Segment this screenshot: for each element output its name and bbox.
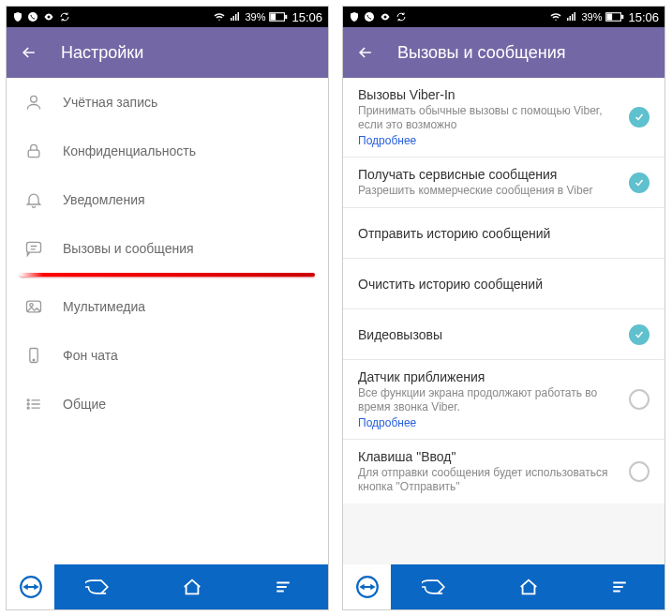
menu-item-account[interactable]: Учётная запись — [7, 78, 328, 127]
row-subtitle: Принимать обычные вызовы с помощью Viber… — [358, 104, 620, 132]
row-proximity[interactable]: Датчик приближения Все функции экрана пр… — [343, 360, 665, 440]
row-link[interactable]: Подробнее — [358, 134, 620, 147]
row-subtitle: Для отправки сообщения будет использоват… — [358, 466, 620, 494]
wifi-icon — [213, 11, 226, 23]
page-title: Настройки — [61, 43, 143, 63]
sync-icon — [59, 11, 70, 23]
eye-icon — [379, 11, 392, 23]
checkbox-off-icon[interactable] — [629, 389, 650, 410]
settings-detail-list: Вызовы Viber-In Принимать обычные вызовы… — [343, 78, 665, 564]
row-subtitle: Все функции экрана продолжают работать в… — [358, 386, 620, 414]
row-service-messages[interactable]: Получать сервисные сообщения Разрешить к… — [343, 158, 665, 208]
page-title: Вызовы и сообщения — [397, 43, 565, 63]
row-title: Видеовызовы — [358, 327, 620, 342]
nav-bar — [7, 564, 328, 609]
nav-back-button[interactable] — [55, 564, 146, 609]
user-icon — [23, 92, 44, 113]
row-title: Очистить историю сообщений — [358, 277, 650, 292]
sync-icon — [396, 11, 407, 23]
menu-label: Вызовы и сообщения — [63, 241, 194, 256]
app-bar: Вызовы и сообщения — [343, 27, 665, 78]
row-title: Получать сервисные сообщения — [358, 167, 620, 182]
signal-icon — [230, 11, 241, 23]
svg-point-12 — [27, 403, 29, 405]
image-icon — [23, 296, 44, 317]
battery-icon — [269, 11, 288, 23]
svg-rect-17 — [607, 13, 613, 20]
shield-icon — [12, 11, 23, 23]
status-bar: 39% 15:06 — [343, 7, 665, 27]
row-enter-key[interactable]: Клавиша "Ввод" Для отправки сообщения бу… — [343, 440, 665, 503]
highlight-underline — [20, 273, 315, 277]
wifi-icon — [549, 11, 562, 23]
battery-text: 39% — [581, 11, 602, 23]
svg-point-10 — [33, 359, 35, 361]
row-title: Вызовы Viber-In — [358, 87, 620, 102]
checkbox-off-icon[interactable] — [629, 461, 650, 482]
checkbox-on-icon[interactable] — [629, 324, 650, 345]
back-icon[interactable] — [356, 43, 375, 62]
shield-icon — [349, 11, 360, 23]
svg-rect-3 — [286, 15, 288, 19]
settings-list: Учётная запись Конфиденциальность Уведом… — [7, 78, 328, 564]
menu-item-chat-background[interactable]: Фон чата — [7, 331, 328, 380]
app-bar: Настройки — [7, 27, 328, 78]
back-icon[interactable] — [20, 43, 38, 62]
svg-point-0 — [28, 12, 37, 22]
svg-rect-18 — [622, 15, 624, 19]
phone-left: 39% 15:06 Настройки Учётная запись Конфи… — [6, 6, 329, 610]
menu-label: Учётная запись — [63, 95, 157, 110]
bell-icon — [23, 189, 44, 210]
nav-bar — [343, 564, 665, 609]
svg-point-15 — [365, 12, 374, 22]
menu-label: Фон чата — [63, 348, 118, 363]
viber-icon — [27, 11, 38, 23]
checkbox-on-icon[interactable] — [629, 173, 650, 193]
row-subtitle: Разрешить коммерческие сообщения в Viber — [358, 184, 620, 198]
svg-rect-2 — [271, 13, 276, 20]
signal-icon — [566, 11, 577, 23]
battery-text: 39% — [245, 11, 265, 23]
row-title: Клавиша "Ввод" — [358, 449, 620, 464]
nav-recent-button[interactable] — [237, 564, 328, 609]
menu-label: Уведомления — [63, 192, 145, 207]
row-title: Датчик приближения — [358, 369, 620, 384]
phone-rect-icon — [23, 345, 44, 366]
menu-item-multimedia[interactable]: Мультимедиа — [7, 282, 328, 331]
menu-item-general[interactable]: Общие — [7, 380, 328, 428]
nav-recent-button[interactable] — [574, 564, 665, 609]
row-send-history[interactable]: Отправить историю сообщений — [343, 208, 665, 259]
chat-icon — [23, 238, 44, 259]
row-clear-history[interactable]: Очистить историю сообщений — [343, 259, 665, 309]
nav-back-button[interactable] — [392, 564, 483, 609]
lock-icon — [23, 141, 44, 161]
menu-label: Общие — [63, 397, 106, 412]
phone-right: 39% 15:06 Вызовы и сообщения Вызовы Vibe… — [342, 6, 665, 610]
svg-point-11 — [27, 399, 29, 401]
list-icon — [23, 394, 44, 414]
nav-home-button[interactable] — [483, 564, 574, 609]
battery-icon — [605, 11, 624, 23]
row-viber-in[interactable]: Вызовы Viber-In Принимать обычные вызовы… — [343, 78, 665, 158]
checkbox-on-icon[interactable] — [629, 107, 650, 128]
svg-rect-5 — [28, 150, 39, 158]
teamviewer-icon[interactable] — [343, 564, 392, 609]
menu-label: Мультимедиа — [63, 299, 145, 314]
svg-point-4 — [31, 96, 37, 102]
nav-home-button[interactable] — [146, 564, 237, 609]
menu-label: Конфиденциальность — [63, 143, 196, 158]
row-link[interactable]: Подробнее — [358, 416, 620, 429]
eye-icon — [42, 11, 55, 23]
teamviewer-icon[interactable] — [7, 564, 55, 609]
viber-icon — [364, 11, 375, 23]
svg-rect-6 — [27, 242, 41, 252]
menu-item-notifications[interactable]: Уведомления — [7, 175, 328, 224]
row-video-calls[interactable]: Видеовызовы — [343, 309, 665, 360]
menu-item-calls-messages[interactable]: Вызовы и сообщения — [7, 224, 328, 273]
status-bar: 39% 15:06 — [7, 7, 328, 27]
clock: 15:06 — [291, 10, 322, 24]
clock: 15:06 — [628, 10, 659, 24]
svg-point-13 — [27, 407, 29, 409]
svg-point-8 — [30, 304, 33, 307]
menu-item-privacy[interactable]: Конфиденциальность — [7, 127, 328, 175]
